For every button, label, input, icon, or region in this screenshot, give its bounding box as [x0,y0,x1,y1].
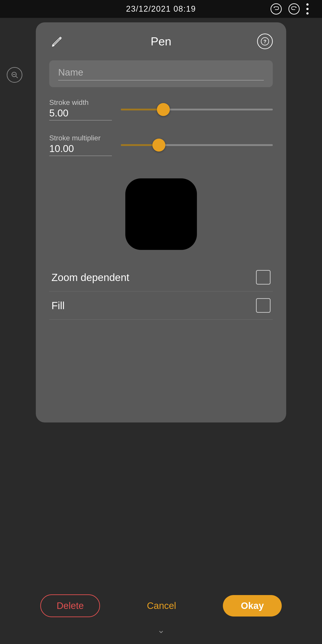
stroke-multiplier-row: Stroke multiplier 10.00 [49,134,273,156]
dialog-title: Pen [151,35,171,48]
stroke-width-slider-container[interactable] [121,103,273,116]
zoom-dependent-row: Zoom dependent [49,263,273,292]
stroke-width-section: Stroke width 5.00 [49,98,273,130]
bottom-buttons-bar: Delete Cancel Okay [0,594,322,617]
color-swatch[interactable] [125,178,197,250]
stroke-multiplier-label: Stroke multiplier [49,134,112,142]
help-icon[interactable]: ? [257,34,273,49]
status-time: 23/12/2021 08:19 [126,4,196,14]
stroke-multiplier-label-group: Stroke multiplier 10.00 [49,134,112,156]
cancel-button[interactable]: Cancel [147,600,176,611]
color-preview-container[interactable] [49,178,273,250]
zoom-out-icon[interactable] [7,67,22,83]
zoom-dependent-checkbox[interactable] [256,270,270,284]
delete-button[interactable]: Delete [40,594,100,617]
redo-icon[interactable] [288,3,300,14]
stroke-multiplier-value: 10.00 [49,143,112,156]
stroke-width-value: 5.00 [49,108,112,120]
undo-icon[interactable] [270,3,282,14]
okay-button[interactable]: Okay [223,595,282,616]
status-bar: 23/12/2021 08:19 [0,0,322,18]
three-dots-icon[interactable] [306,3,308,14]
name-input-container [49,60,273,87]
svg-line-1 [16,76,18,78]
name-input[interactable] [58,67,264,80]
stroke-multiplier-slider-container[interactable] [121,138,273,152]
fill-row: Fill [49,292,273,320]
stroke-width-label-group: Stroke width 5.00 [49,98,112,120]
pen-dialog: Pen ? Stroke width 5.00 [36,22,286,422]
dialog-header: Pen ? [49,34,273,49]
stroke-width-label: Stroke width [49,98,112,107]
stroke-width-row: Stroke width 5.00 [49,98,273,120]
fill-checkbox[interactable] [256,298,270,313]
dialog-spacer [49,320,273,409]
status-icons [270,3,308,14]
pencil-icon [49,34,65,49]
zoom-dependent-label: Zoom dependent [52,271,129,284]
bottom-nav-indicator[interactable]: ⌄ [157,625,165,635]
fill-label: Fill [52,300,65,312]
stroke-multiplier-section: Stroke multiplier 10.00 [49,134,273,165]
svg-text:?: ? [263,39,266,44]
